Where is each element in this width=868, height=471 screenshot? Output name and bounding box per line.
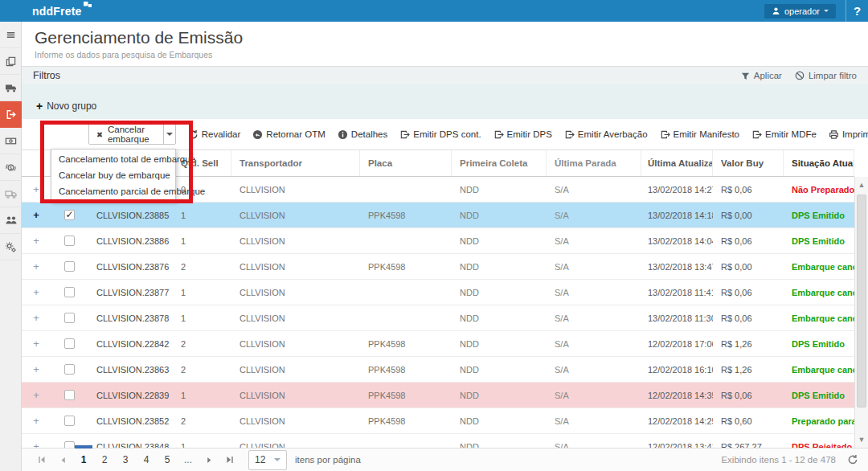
revalidar-button[interactable]: Revalidar	[188, 129, 241, 140]
cell-qtd-sell: 1	[173, 280, 231, 305]
help-button[interactable]: ?	[845, 0, 868, 22]
expand-icon[interactable]: +	[22, 408, 51, 433]
emitir-averbacao-button[interactable]: Emitir Averbação	[564, 129, 648, 140]
table-row[interactable]: + CLLVISION.23877 1 CLLVISION NDD S/A 13…	[22, 280, 854, 305]
detalhes-button[interactable]: Detalhes	[338, 129, 387, 140]
page-button[interactable]: 2	[94, 449, 115, 470]
table-row[interactable]: + CLLVISION.22839 1 CLLVISION PPK4598 ND…	[22, 383, 854, 408]
clear-filter-label: Limpar filtro	[809, 71, 857, 80]
row-checkbox[interactable]	[64, 210, 75, 220]
scrollbar-thumb[interactable]	[857, 195, 866, 408]
sidebar-item-billing[interactable]	[0, 128, 22, 154]
page-subtitle: Informe os dados para pesquisa de Embarq…	[35, 50, 855, 59]
page-button[interactable]: 3	[115, 449, 136, 470]
table-row[interactable]: + CLLVISION.23876 2 CLLVISION PPK4598 ND…	[22, 254, 854, 280]
row-checkbox[interactable]	[64, 338, 75, 349]
column-header-valor-buy[interactable]: Valor Buy	[713, 150, 784, 176]
expand-icon[interactable]: +	[22, 228, 51, 253]
page-button[interactable]: 5	[157, 449, 178, 470]
sidebar-item-settings[interactable]	[0, 234, 22, 260]
new-group-button[interactable]: + Novo grupo	[36, 100, 96, 112]
table-row[interactable]: + CLLVISION.22842 2 CLLVISION PPK4598 ND…	[22, 331, 854, 357]
vertical-scrollbar[interactable]: ▲ ▼	[854, 177, 868, 448]
emitir-dps-cont-button[interactable]: Emitir DPS cont.	[399, 129, 481, 140]
column-header-transportador[interactable]: Transportador	[231, 150, 360, 176]
sidebar-item-fleet[interactable]	[0, 181, 22, 207]
row-checkbox[interactable]	[64, 313, 75, 323]
expand-icon[interactable]: +	[22, 383, 51, 408]
clear-filter-button[interactable]: Limpar filtro	[795, 71, 857, 80]
table-row[interactable]: + CLLVISION.23886 1 CLLVISION NDD S/A 13…	[22, 228, 854, 254]
cell-ultima-parada: S/A	[547, 305, 641, 330]
column-header-primeira-coleta[interactable]: Primeira Coleta	[452, 150, 547, 176]
table-row[interactable]: + CLLVISION.23863 2 CLLVISION PPK4598 ND…	[22, 357, 854, 383]
row-checkbox[interactable]	[64, 441, 75, 448]
cell-situacao-atual: Embarque cance	[784, 305, 854, 330]
expand-icon[interactable]: +	[22, 254, 51, 279]
column-header-ultima-atualizacao[interactable]: Última Atualização↓	[641, 150, 713, 176]
page-button[interactable]: 1	[73, 449, 94, 470]
cell-ultima-parada: S/A	[547, 331, 641, 356]
column-header-placa[interactable]: Placa	[360, 150, 452, 176]
filter-group-area: + Novo grupo	[22, 84, 868, 119]
emitir-mdfe-button[interactable]: Emitir MDFe	[751, 129, 817, 140]
row-checkbox[interactable]	[64, 236, 75, 246]
sidebar-item-finance[interactable]: $	[0, 154, 22, 181]
retornar-otm-button[interactable]: Retornar OTM	[252, 129, 326, 140]
last-page-icon	[226, 456, 234, 464]
cell-transportador: CLLVISION	[231, 228, 360, 253]
cancelar-embarque-dropdown-toggle[interactable]	[163, 125, 175, 144]
sidebar-item-menu[interactable]	[0, 22, 22, 48]
prev-page-button[interactable]	[52, 449, 73, 470]
expand-icon[interactable]: +	[22, 305, 51, 330]
menu-item-cancelar-buy[interactable]: Cancelar buy de embarque	[51, 167, 175, 183]
emitir-dps-button[interactable]: Emitir DPS	[493, 129, 552, 140]
column-header-ultima-parada[interactable]: Última Parada	[547, 150, 641, 176]
table-row[interactable]: + CLLVISION.23852 2 CLLVISION PPK4598 ND…	[22, 408, 854, 434]
emitir-manifesto-button[interactable]: Emitir Manifesto	[660, 129, 739, 140]
table-row[interactable]: + CLLVISION.23878 1 CLLVISION NDD S/A 13…	[22, 305, 854, 331]
row-checkbox[interactable]	[64, 390, 75, 400]
sidebar-item-documents[interactable]	[0, 48, 22, 75]
expand-icon[interactable]: +	[22, 280, 51, 305]
row-checkbox[interactable]	[64, 261, 75, 272]
next-page-button[interactable]	[199, 449, 219, 470]
page-button[interactable]: 4	[136, 449, 157, 470]
expand-icon[interactable]: +	[22, 357, 51, 382]
user-menu-button[interactable]: operador	[764, 4, 836, 18]
expand-icon[interactable]: +	[22, 434, 51, 448]
row-checkbox[interactable]	[64, 364, 75, 375]
pager-ellipsis[interactable]: ...	[178, 454, 199, 465]
cell-primeira-coleta: NDD	[452, 434, 547, 448]
expand-icon[interactable]: +	[22, 331, 51, 356]
expand-icon[interactable]: +	[22, 177, 51, 202]
refresh-grid-icon[interactable]	[847, 454, 858, 465]
cell-primeira-coleta: NDD	[452, 203, 547, 227]
sidebar-item-emission[interactable]	[0, 101, 22, 128]
table-row[interactable]: + CLLVISION.23885 1 CLLVISION PPK4598 ND…	[22, 203, 854, 228]
page-size-select[interactable]: 12	[248, 450, 287, 470]
imprimir-button[interactable]: Imprimir	[829, 129, 868, 140]
menu-item-cancelamento-total[interactable]: Cancelamento total de embarque	[51, 151, 175, 167]
app-logo: nddFrete	[32, 5, 82, 18]
cancelar-embarque-button[interactable]: ✖ Cancelar embarque	[89, 125, 163, 144]
expand-icon[interactable]: +	[22, 203, 51, 227]
topbar: nddFrete operador ?	[0, 0, 868, 22]
plus-icon: +	[36, 102, 43, 110]
table-row[interactable]: + CLLVISION.23848 1 CLLVISION NDD S/A 12…	[22, 434, 854, 448]
first-page-button[interactable]	[31, 449, 52, 470]
emit-icon	[660, 129, 670, 140]
menu-item-cancelamento-parcial[interactable]: Cancelamento parcial de embarque	[51, 183, 175, 199]
scroll-down-icon[interactable]: ▼	[855, 433, 868, 446]
row-checkbox[interactable]	[64, 416, 75, 426]
table-body: + 0 CLLVISION NDD S/A 13/02/2018 14:27 R…	[22, 177, 854, 448]
sidebar-item-users[interactable]	[0, 207, 22, 234]
cell-placa	[360, 177, 452, 202]
last-page-button[interactable]	[219, 449, 240, 470]
cell-valor-buy: R$ 0,06	[713, 305, 784, 330]
row-checkbox[interactable]	[64, 287, 75, 297]
apply-filter-button[interactable]: Aplicar	[741, 71, 782, 80]
column-header-situacao-atual[interactable]: Situação Atual	[784, 150, 854, 176]
scroll-up-icon[interactable]: ▲	[855, 178, 868, 191]
sidebar-item-transport[interactable]	[0, 75, 22, 101]
